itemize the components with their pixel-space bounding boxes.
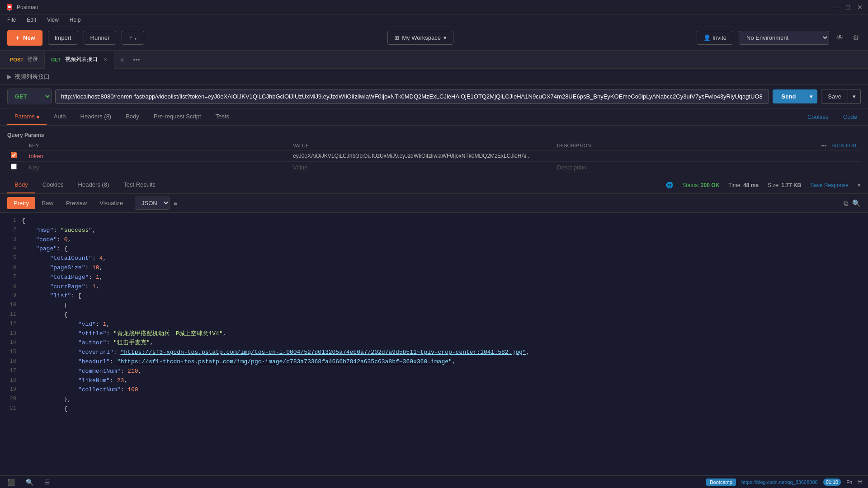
runner-button[interactable]: Runner (84, 31, 117, 45)
param-tab-headers[interactable]: Headers (8) (73, 108, 119, 125)
save-dropdown-button[interactable]: ▾ (848, 89, 861, 104)
window-controls: — □ ✕ (833, 4, 863, 11)
settings-icon[interactable]: ⚙ (851, 32, 861, 44)
param-tab-body[interactable]: Body (118, 108, 146, 125)
send-button[interactable]: Send (773, 89, 805, 103)
main-toolbar: ＋ New Import Runner ⑂ ▾ ⊞ My Workspace ▾… (0, 25, 868, 51)
code-line-12: 12 "vid": 1, (0, 320, 868, 329)
new-value-input[interactable] (293, 164, 557, 171)
code-line-15: 15 "coverurl": "https://sf3-xgcdn-tos.ps… (0, 348, 868, 357)
code-line-14: 14 "author": "狙击手麦克", (0, 338, 868, 348)
bulk-edit-link[interactable]: Bulk Edit (831, 143, 857, 148)
view-tab-visualize[interactable]: Visualize (93, 197, 129, 209)
view-tab-preview[interactable]: Preview (60, 197, 93, 209)
status-bar-right: Bootcamp https://blog.csdn.net/qq_336080… (706, 479, 863, 486)
invite-button[interactable]: 👤 Invite (697, 31, 733, 45)
response-tab-body[interactable]: Body (7, 177, 35, 193)
new-param-checkbox[interactable] (11, 164, 17, 169)
code-line-2: 2 "msg": "success", (0, 226, 868, 235)
save-response-button[interactable]: Save Response (810, 182, 849, 188)
view-tabs: Pretty Raw Preview Visualize JSON XML HT… (0, 194, 868, 213)
new-key-input[interactable] (29, 164, 293, 171)
tab-login[interactable]: POST 登录 (4, 51, 45, 69)
code-line-3: 3 "code": 0, (0, 235, 868, 245)
param-tab-auth[interactable]: Auth (47, 108, 73, 125)
view-icons: ⧉ 🔍 (844, 199, 861, 207)
sidebar-icon[interactable]: ☰ (42, 477, 52, 488)
more-tabs-button[interactable]: ••• (130, 56, 144, 63)
filter-icon[interactable]: ≡ (174, 199, 178, 207)
bootcamp-button[interactable]: Bootcamp (706, 479, 736, 486)
code-link[interactable]: Code (840, 109, 861, 125)
cookies-link[interactable]: Cookies (804, 109, 832, 125)
toolbar-center: ⊞ My Workspace ▾ (150, 31, 691, 45)
header-key: KEY (29, 143, 293, 148)
code-line-6: 6 "pageSize": 10, (0, 263, 868, 273)
header-value: VALUE (293, 143, 557, 148)
title-bar: 📮 Postman — □ ✕ (0, 0, 868, 14)
right-tabs: Cookies Code (804, 109, 861, 125)
url-input[interactable] (55, 89, 769, 104)
collection-title: 视频列表接口 (14, 73, 50, 81)
send-group: Send ▾ (773, 89, 818, 103)
response-tab-cookies[interactable]: Cookies (35, 177, 71, 193)
params-dot (37, 116, 39, 118)
param-tab-params[interactable]: Params (7, 108, 47, 125)
fork-button[interactable]: ⑂ ▾ (122, 31, 144, 45)
status-time: 01:10 (823, 479, 841, 486)
format-select[interactable]: JSON XML HTML Text (135, 197, 170, 210)
maximize-button[interactable]: □ (846, 4, 850, 11)
table-row: token eyJ0eXAiOiJKV1QiLCJhbGciOiJIUzUxMi… (7, 150, 861, 162)
close-button[interactable]: ✕ (857, 4, 863, 11)
minimize-button[interactable]: — (833, 4, 839, 11)
param-tab-tests[interactable]: Tests (208, 108, 236, 125)
search-icon[interactable]: 🔍 (852, 199, 861, 207)
menu-view[interactable]: View (45, 16, 61, 24)
response-status: 🌐 Status: 200 OK Time: 48 ms Size: 1.77 … (666, 182, 861, 188)
console-icon[interactable]: ⬛ (5, 477, 17, 488)
response-tab-testresults[interactable]: Test Results (116, 177, 163, 193)
response-tab-headers[interactable]: Headers (8) (71, 177, 117, 193)
chevron-down-icon: ▾ (443, 34, 447, 41)
new-button[interactable]: ＋ New (7, 30, 42, 46)
view-tab-raw[interactable]: Raw (35, 197, 60, 209)
tab-method-post: POST (10, 57, 24, 62)
response-tabs: Body Cookies Headers (8) Test Results 🌐 … (0, 177, 868, 194)
code-line-7: 7 "totalPage": 1, (0, 273, 868, 282)
save-button[interactable]: Save (821, 89, 848, 104)
menu-help[interactable]: Help (68, 16, 83, 24)
request-tabs-bar: POST 登录 GET 视频列表接口 ✕ ＋ ••• (0, 51, 868, 69)
environment-select[interactable]: No Environment (739, 31, 829, 45)
input-indicator: 米 (858, 479, 863, 485)
eye-icon[interactable]: 👁 (835, 32, 845, 44)
query-params-section: Query Params KEY VALUE DESCRIPTION ••• B… (0, 126, 868, 177)
menu-edit[interactable]: Edit (25, 16, 38, 24)
header-check (11, 143, 29, 148)
code-line-21: 21 { (0, 404, 868, 414)
menu-file[interactable]: File (5, 16, 18, 24)
send-dropdown-button[interactable]: ▾ (805, 89, 817, 103)
param-tab-prerequest[interactable]: Pre-request Script (146, 108, 208, 125)
code-line-1: 1 { (0, 216, 868, 226)
tab-videolist[interactable]: GET 视频列表接口 ✕ (45, 51, 114, 69)
code-line-17: 17 "commentNum": 210, (0, 367, 868, 376)
tab-name-login: 登录 (27, 56, 38, 63)
response-time: Time: 48 ms (728, 182, 759, 188)
breadcrumb-arrow: ▶ (7, 73, 12, 80)
code-line-11: 11 { (0, 310, 868, 320)
method-select[interactable]: GET POST PUT DELETE (7, 89, 52, 104)
tab-close-icon[interactable]: ✕ (103, 56, 108, 63)
import-button[interactable]: Import (48, 31, 78, 45)
status-bar: ⬛ 🔍 ☰ Bootcamp https://blog.csdn.net/qq_… (0, 475, 868, 488)
param-tabs: Params Auth Headers (8) Body Pre-request… (0, 108, 868, 126)
add-tab-button[interactable]: ＋ (114, 54, 130, 65)
param-checkbox[interactable] (11, 152, 17, 158)
copy-icon[interactable]: ⧉ (844, 199, 849, 207)
view-tab-pretty[interactable]: Pretty (7, 197, 35, 209)
chevron-down-icon[interactable]: ▾ (858, 182, 861, 188)
globe-icon: 🌐 (666, 182, 673, 188)
new-desc-input[interactable] (557, 164, 821, 171)
workspace-button[interactable]: ⊞ My Workspace ▾ (387, 31, 453, 45)
search-status-icon[interactable]: 🔍 (24, 477, 35, 488)
collection-breadcrumb: ▶ 视频列表接口 (0, 69, 868, 85)
